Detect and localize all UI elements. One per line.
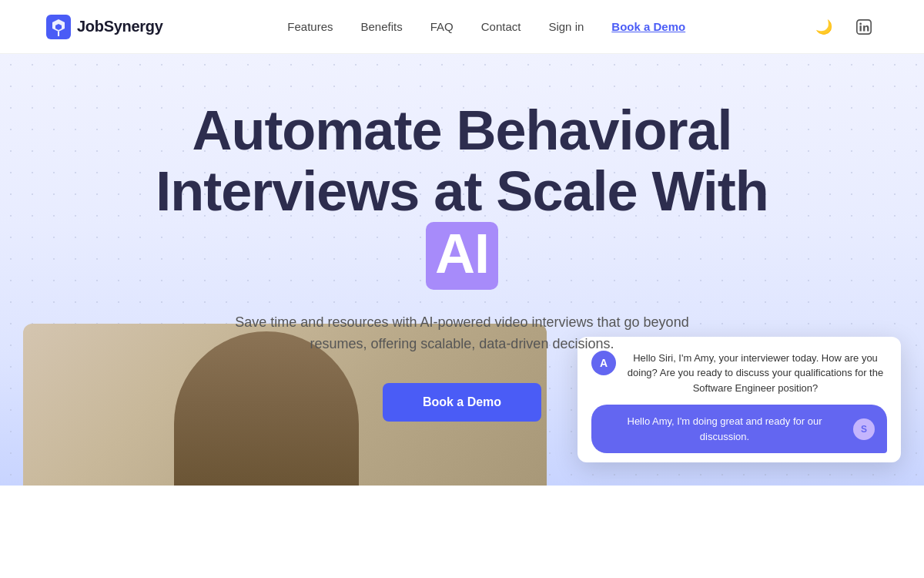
dark-mode-button[interactable]: 🌙	[810, 13, 838, 41]
header-actions: 🌙	[810, 13, 878, 41]
logo-text: JobSynergy	[77, 18, 162, 35]
nav-faq[interactable]: FAQ	[430, 20, 454, 33]
hero-title: Automate Behavioral Interviews at Scale …	[116, 100, 808, 290]
nav-features[interactable]: Features	[287, 20, 333, 33]
logo-icon	[46, 15, 71, 39]
ai-badge: AI	[426, 222, 498, 289]
svg-point-3	[859, 22, 862, 25]
logo[interactable]: JobSynergy	[46, 15, 162, 39]
hero-title-line1: Automate Behavioral	[192, 99, 732, 161]
dark-mode-icon: 🌙	[815, 18, 832, 35]
linkedin-icon	[855, 18, 872, 35]
hero-section: Automate Behavioral Interviews at Scale …	[0, 54, 924, 486]
nav-book-demo[interactable]: Book a Demo	[611, 20, 685, 33]
hero-cta-button[interactable]: Book a Demo	[383, 383, 541, 422]
linkedin-button[interactable]	[850, 13, 878, 41]
nav-contact[interactable]: Contact	[481, 20, 521, 33]
nav-sign-in[interactable]: Sign in	[548, 20, 584, 33]
main-nav: Features Benefits FAQ Contact Sign in Bo…	[287, 20, 685, 33]
hero-content: Automate Behavioral Interviews at Scale …	[15, 100, 909, 422]
hero-title-line2: Interviews at Scale With	[156, 160, 768, 222]
nav-benefits[interactable]: Benefits	[361, 20, 403, 33]
header: JobSynergy Features Benefits FAQ Contact…	[0, 0, 924, 54]
svg-rect-2	[860, 25, 862, 31]
hero-subtitle: Save time and resources with AI-powered …	[216, 311, 708, 356]
